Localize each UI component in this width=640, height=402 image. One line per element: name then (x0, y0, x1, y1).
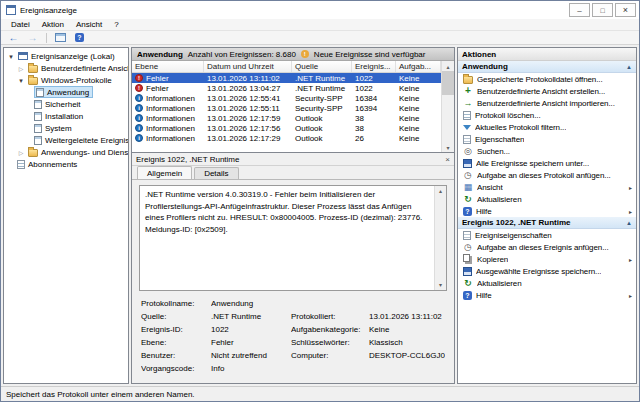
cell-event-id: 1022 (352, 84, 396, 93)
maximize-button[interactable] (592, 3, 613, 17)
results-pane: Anwendung Anzahl von Ereignissen: 8.680 … (131, 47, 455, 384)
action-refresh[interactable]: Aktualisieren (458, 193, 636, 205)
new-events-notice: Neue Ereignisse sind verfügbar (314, 50, 426, 59)
event-row[interactable]: Informationen 13.01.2026 12:17:59 Outloo… (132, 113, 441, 123)
events-scrollbar[interactable] (441, 61, 454, 152)
event-row[interactable]: Informationen 13.01.2026 12:17:29 Outloo… (132, 133, 441, 143)
event-count: Anzahl von Ereignissen: 8.680 (188, 50, 296, 59)
action-event-properties[interactable]: Ereigniseigenschaften (458, 229, 636, 241)
field-value (369, 364, 445, 373)
action-save-selected-events[interactable]: Ausgewählte Ereignisse speichern... (458, 265, 636, 277)
collapsed-icon[interactable] (17, 148, 25, 157)
column-header-ebene[interactable]: Ebene (132, 61, 204, 72)
scroll-track[interactable] (442, 95, 454, 142)
action-save-all-events[interactable]: Alle Ereignisse speichern unter... (458, 157, 636, 169)
action-help-event[interactable]: Hilfe (458, 289, 636, 301)
cell-level: Informationen (146, 134, 195, 143)
scroll-up-icon[interactable] (435, 186, 446, 196)
help-icon (463, 207, 472, 216)
action-refresh-event[interactable]: Aktualisieren (458, 277, 636, 289)
action-label: Gespeicherte Protokolldatei öffnen... (477, 75, 603, 84)
menu-ansicht[interactable]: Ansicht (70, 19, 108, 30)
toolbar-help-button[interactable] (71, 31, 88, 44)
action-properties[interactable]: Eigenschaften (458, 133, 636, 145)
expanded-icon[interactable] (17, 76, 25, 85)
column-header-aufgabe[interactable]: Aufgab... (396, 61, 441, 72)
log-icon (36, 88, 44, 97)
event-row[interactable]: Informationen 13.01.2026 12:17:56 Outloo… (132, 123, 441, 133)
cell-source: .NET Runtime (292, 84, 352, 93)
actions-section-event[interactable]: Ereignis 1022, .NET Runtime (458, 217, 636, 229)
minimize-button[interactable] (569, 3, 590, 17)
tab-allgemein[interactable]: Allgemein (137, 166, 192, 179)
preview-pane-header[interactable]: Ereignis 1022, .NET Runtime (132, 153, 454, 166)
tree-item-custom-views[interactable]: Benutzerdefinierte Ansichten (4, 62, 128, 74)
tree-item-anwendung[interactable]: Anwendung (4, 86, 128, 98)
column-header-ereignis-id[interactable]: Ereignis... (352, 61, 396, 72)
event-description-box: .NET Runtime version 4.0.30319.0 - Fehle… (139, 185, 447, 291)
action-filter-current-log[interactable]: Aktuelles Protokoll filtern... (458, 121, 636, 133)
column-header-datum[interactable]: Datum und Uhrzeit (204, 61, 292, 72)
scroll-down-icon[interactable] (442, 142, 454, 152)
action-attach-task-to-log[interactable]: Aufgabe an dieses Protokoll anfügen... (458, 169, 636, 181)
actions-section-anwendung[interactable]: Anwendung (458, 61, 636, 73)
tree-item-forwarded-events[interactable]: Weitergeleitete Ereignisse (4, 134, 128, 146)
scroll-thumb[interactable] (442, 71, 454, 95)
action-import-custom-view[interactable]: Benutzerdefinierte Ansicht importieren..… (458, 97, 636, 109)
action-help[interactable]: Hilfe (458, 205, 636, 217)
scroll-up-icon[interactable] (442, 61, 454, 71)
console-tree: Ereignisanzeige (Lokal) Benutzerdefinier… (3, 47, 129, 384)
action-label: Eigenschaften (475, 135, 524, 144)
event-viewer-window: Ereignisanzeige Datei Aktion Ansicht ? E… (0, 0, 640, 402)
tree-label: Weitergeleitete Ereignisse (45, 136, 128, 145)
cell-datetime: 13.01.2026 13:04:27 (204, 84, 292, 93)
field-value: 13.01.2026 13:11:02 (369, 312, 445, 321)
field-value: Nicht zutreffend (211, 351, 291, 360)
close-preview-icon[interactable] (445, 155, 450, 164)
action-open-saved-logfile[interactable]: Gespeicherte Protokolldatei öffnen... (458, 73, 636, 85)
close-button[interactable] (615, 3, 636, 17)
tree-item-installation[interactable]: Installation (4, 110, 128, 122)
action-copy[interactable]: Kopieren (458, 253, 636, 265)
cell-event-id: 1022 (352, 74, 396, 83)
tree-item-system[interactable]: System (4, 122, 128, 134)
error-icon (135, 74, 143, 82)
cell-task: Keine (396, 104, 441, 113)
tree-item-root[interactable]: Ereignisanzeige (Lokal) (4, 50, 128, 62)
column-header-quelle[interactable]: Quelle (292, 61, 352, 72)
menu-datei[interactable]: Datei (5, 19, 36, 30)
event-row-selected[interactable]: Fehler 13.01.2026 13:11:02 .NET Runtime … (132, 73, 441, 83)
action-find[interactable]: Suchen... (458, 145, 636, 157)
event-row[interactable]: Informationen 13.01.2026 12:55:11 Securi… (132, 103, 441, 113)
titlebar: Ereignisanzeige (1, 1, 639, 19)
collapsed-icon[interactable] (17, 64, 25, 73)
tree-item-subscriptions[interactable]: Abonnements (4, 158, 128, 170)
description-scrollbar[interactable] (434, 186, 446, 290)
menu-aktion[interactable]: Aktion (36, 19, 70, 30)
tree-item-apps-services-logs[interactable]: Anwendungs- und Dienstprotokolle (4, 146, 128, 158)
action-view[interactable]: Ansicht (458, 181, 636, 193)
scroll-down-icon[interactable] (435, 280, 446, 290)
cell-source: Outlook (292, 134, 352, 143)
action-attach-task-to-event[interactable]: Aufgabe an dieses Ereignis anfügen... (458, 241, 636, 253)
collapse-section-icon[interactable] (626, 220, 632, 226)
back-button[interactable] (5, 31, 22, 44)
tree-label: Anwendung (47, 88, 89, 97)
menu-hilfe[interactable]: ? (108, 19, 124, 30)
action-clear-log[interactable]: Protokoll löschen... (458, 109, 636, 121)
field-label: Ereignis-ID: (141, 325, 211, 334)
create-view-icon (463, 86, 473, 96)
tree-item-sicherheit[interactable]: Sicherheit (4, 98, 128, 110)
action-create-custom-view[interactable]: Benutzerdefinierte Ansicht erstellen... (458, 85, 636, 97)
tree-item-windows-logs[interactable]: Windows-Protokolle (4, 74, 128, 86)
scroll-track[interactable] (435, 196, 446, 280)
expanded-icon[interactable] (7, 52, 15, 61)
forward-button[interactable] (24, 31, 41, 44)
collapse-section-icon[interactable] (626, 64, 632, 70)
event-row[interactable]: Fehler 13.01.2026 13:04:27 .NET Runtime … (132, 83, 441, 93)
cell-level: Informationen (146, 114, 195, 123)
refresh-icon (463, 278, 473, 288)
event-row[interactable]: Informationen 13.01.2026 12:55:41 Securi… (132, 93, 441, 103)
tab-details[interactable]: Details (194, 167, 238, 179)
console-tree-toggle-button[interactable] (52, 31, 69, 44)
